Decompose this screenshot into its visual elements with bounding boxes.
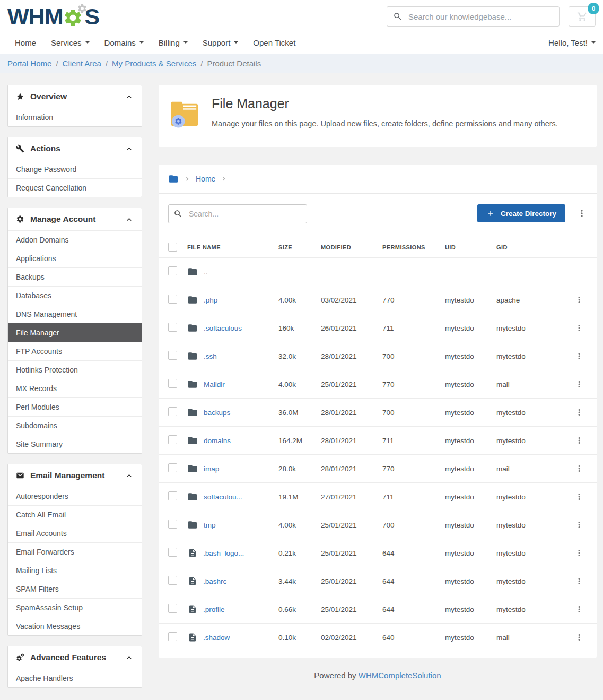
row-checkbox[interactable] [168, 351, 177, 360]
breadcrumb-item-client-area[interactable]: Client Area [63, 59, 101, 68]
sidebar-item-mx-records[interactable]: MX Records [8, 379, 142, 397]
sidebar-panel-header[interactable]: Actions [8, 137, 142, 160]
sidebar-item-site-summary[interactable]: Site Summary [8, 435, 142, 453]
path-home-link[interactable]: Home [196, 175, 215, 183]
file-name-link[interactable]: softaculou... [204, 493, 242, 501]
row-menu-kebab-icon[interactable] [574, 604, 584, 614]
nav-item-domains[interactable]: Domains [104, 38, 144, 47]
sidebar-item-vacation-messages[interactable]: Vacation Messages [8, 617, 142, 635]
product-header-card: File Manager Manage your files on this p… [159, 85, 597, 147]
row-checkbox[interactable] [168, 323, 177, 332]
row-menu-kebab-icon[interactable] [574, 548, 584, 558]
row-checkbox[interactable] [168, 520, 177, 529]
breadcrumb-item-portal-home[interactable]: Portal Home [7, 59, 51, 68]
file-name-link[interactable]: domains [204, 437, 231, 445]
sidebar-item-request-cancellation[interactable]: Request Cancellation [8, 178, 142, 197]
file-uid: mytestdo [445, 352, 496, 360]
file-name-link[interactable]: tmp [204, 521, 216, 529]
row-checkbox[interactable] [168, 632, 177, 641]
sidebar-item-hotlinks-protection[interactable]: Hotlinks Protection [8, 360, 142, 379]
row-checkbox[interactable] [168, 548, 177, 557]
file-name-link[interactable]: .shadow [203, 634, 230, 642]
row-checkbox[interactable] [168, 379, 177, 388]
breadcrumb-item-my-products-services[interactable]: My Products & Services [112, 59, 196, 68]
sidebar-item-change-password[interactable]: Change Password [8, 160, 142, 178]
account-menu[interactable]: Hello, Test! [548, 38, 596, 47]
nav-item-home[interactable]: Home [15, 38, 36, 47]
cart-button[interactable]: 0 [569, 6, 596, 27]
nav-item-billing[interactable]: Billing [159, 38, 188, 47]
whmcs-logo[interactable]: WHM S [7, 3, 99, 30]
row-menu-kebab-icon[interactable] [574, 379, 584, 389]
sidebar-item-mailing-lists[interactable]: Mailing Lists [8, 561, 142, 580]
file-name-link[interactable]: .bash_logo... [203, 549, 244, 557]
row-menu-kebab-icon[interactable] [574, 436, 584, 445]
sidebar-item-addon-domains[interactable]: Addon Domains [8, 230, 142, 249]
file-size: 164.2M [278, 437, 321, 445]
select-all-checkbox[interactable] [168, 243, 177, 252]
sidebar-item-dns-management[interactable]: DNS Management [8, 305, 142, 323]
row-menu-kebab-icon[interactable] [574, 408, 584, 417]
file-uid: mytestdo [445, 577, 496, 585]
file-name-link[interactable]: .bashrc [203, 577, 226, 585]
nav-item-open-ticket[interactable]: Open Ticket [253, 38, 295, 47]
file-name-link[interactable]: .profile [203, 606, 225, 613]
create-directory-button[interactable]: Create Directory [477, 204, 565, 222]
file-name-link[interactable]: .softaculous [204, 324, 242, 332]
sidebar-panel-header[interactable]: Overview [8, 85, 142, 108]
sidebar-item-apache-handlers[interactable]: Apache Handlers [8, 669, 142, 687]
sidebar: Overview Information Actions Change Pass… [7, 85, 142, 698]
file-path-breadcrumb: Home [159, 165, 597, 194]
sidebar-item-perl-modules[interactable]: Perl Modules [8, 397, 142, 416]
sidebar-item-applications[interactable]: Applications [8, 249, 142, 267]
sidebar-item-catch-all-email[interactable]: Catch All Email [8, 505, 142, 524]
nav-item-support[interactable]: Support [203, 38, 239, 47]
table-options-kebab-icon[interactable] [576, 208, 587, 219]
sidebar-item-ftp-accounts[interactable]: FTP Accounts [8, 342, 142, 360]
parent-directory-link[interactable]: .. [204, 268, 208, 276]
file-name-link[interactable]: .ssh [204, 352, 217, 360]
row-menu-kebab-icon[interactable] [574, 520, 584, 530]
row-menu-kebab-icon[interactable] [574, 295, 584, 305]
whmcompletesolution-link[interactable]: WHMCompleteSolution [359, 671, 441, 680]
file-name-link[interactable]: .php [204, 296, 217, 304]
file-name-link[interactable]: imap [204, 465, 219, 473]
file-modified: 25/01/2021 [321, 381, 382, 388]
file-gid: mytestdo [496, 549, 574, 557]
sidebar-item-spamassasin-setup[interactable]: SpamAssasin Setup [8, 598, 142, 617]
sidebar-item-subdomains[interactable]: Subdomains [8, 416, 142, 435]
file-icon [188, 576, 197, 586]
row-menu-kebab-icon[interactable] [574, 323, 584, 333]
sidebar-panel-header[interactable]: Manage Account [8, 208, 142, 230]
sidebar-item-file-manager[interactable]: File Manager [8, 323, 142, 342]
row-menu-kebab-icon[interactable] [574, 576, 584, 586]
sidebar-item-email-accounts[interactable]: Email Accounts [8, 524, 142, 542]
knowledgebase-search-input[interactable] [387, 6, 560, 27]
sidebar-item-databases[interactable]: Databases [8, 286, 142, 305]
root-folder-icon[interactable] [168, 174, 179, 184]
product-description: Manage your files on this page. Upload n… [212, 119, 558, 128]
row-checkbox[interactable] [168, 295, 177, 304]
sidebar-item-spam-filters[interactable]: SPAM Filters [8, 580, 142, 598]
row-checkbox[interactable] [168, 491, 177, 500]
row-menu-kebab-icon[interactable] [574, 492, 584, 502]
sidebar-item-information[interactable]: Information [8, 108, 142, 126]
file-search-input[interactable] [168, 204, 307, 223]
row-checkbox[interactable] [168, 604, 177, 613]
file-name-link[interactable]: Maildir [204, 381, 225, 388]
row-menu-kebab-icon[interactable] [574, 464, 584, 473]
row-checkbox[interactable] [168, 266, 177, 275]
sidebar-panel-header[interactable]: Email Management [8, 464, 142, 487]
sidebar-panel-header[interactable]: Advanced Features [8, 646, 142, 669]
row-checkbox[interactable] [168, 435, 177, 444]
row-checkbox[interactable] [168, 576, 177, 585]
sidebar-item-backups[interactable]: Backups [8, 267, 142, 286]
sidebar-item-autoresponders[interactable]: Autoresponders [8, 487, 142, 505]
row-menu-kebab-icon[interactable] [574, 351, 584, 361]
sidebar-item-email-forwarders[interactable]: Email Forwarders [8, 542, 142, 561]
file-name-link[interactable]: backups [204, 409, 230, 417]
row-menu-kebab-icon[interactable] [574, 633, 584, 642]
row-checkbox[interactable] [168, 463, 177, 472]
row-checkbox[interactable] [168, 407, 177, 416]
nav-item-services[interactable]: Services [51, 38, 90, 47]
